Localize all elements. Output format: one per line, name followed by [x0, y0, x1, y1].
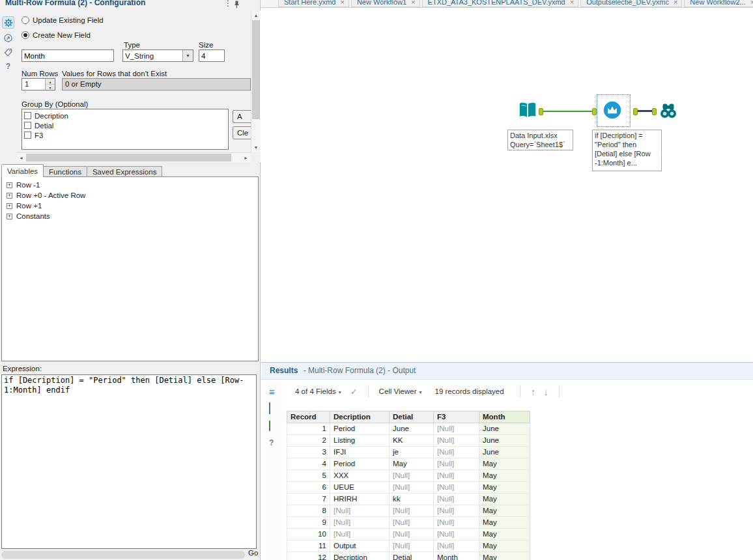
output-connection-icon[interactable]: [269, 421, 270, 430]
apply-check-icon[interactable]: ✓: [350, 387, 358, 397]
table-row[interactable]: 4PeriodMay[Null]May: [287, 458, 530, 470]
table-row[interactable]: 8[Null][Null][Null]May: [287, 505, 530, 517]
group-by-list[interactable]: DecriptionDetialF3: [21, 109, 229, 150]
browse-input-anchor[interactable]: [652, 108, 657, 115]
document-tab[interactable]: New Workflow2...×: [684, 0, 753, 7]
workflow-canvas[interactable]: Data Input.xlsx Query=`Sheet1$` if [Decr…: [261, 8, 753, 362]
missing-values-select[interactable]: 0 or Empty: [62, 78, 251, 91]
table-row[interactable]: 12DecriptionDetialMonthMay: [287, 552, 530, 560]
table-row[interactable]: 3IFJIje[Null]June: [287, 447, 530, 458]
tab-close-icon[interactable]: ×: [340, 0, 344, 6]
group-by-option[interactable]: Detial: [22, 120, 228, 130]
group-by-option[interactable]: Decription: [22, 111, 228, 120]
select-all-button[interactable]: A: [233, 110, 251, 123]
field-name-input[interactable]: [21, 49, 114, 62]
column-header-month[interactable]: Month: [479, 411, 530, 423]
table-row[interactable]: 10[Null][Null][Null]May: [287, 529, 530, 540]
results-table[interactable]: RecordDecriptionDetialF3Month 1PeriodJun…: [287, 411, 530, 560]
config-vertical-scrollbar[interactable]: ▴ ▾: [251, 10, 261, 152]
table-row[interactable]: 11Output[Null][Null]May: [287, 540, 530, 552]
radio-create-new-field[interactable]: Create New Field: [21, 31, 91, 39]
tab-close-icon[interactable]: ×: [570, 0, 574, 6]
config-horizontal-scrollbar[interactable]: ◂ ▸: [16, 152, 251, 162]
tab-close-icon[interactable]: ×: [750, 0, 753, 6]
table-view-icon[interactable]: [269, 404, 270, 413]
arrow-circle-icon[interactable]: [2, 32, 14, 44]
column-header-record[interactable]: Record: [287, 411, 330, 423]
expand-icon[interactable]: +: [7, 214, 12, 219]
metadata-list-icon[interactable]: ≡: [269, 386, 275, 397]
help-icon[interactable]: ?: [269, 438, 274, 447]
checkbox-icon[interactable]: [24, 112, 31, 119]
multi-row-formula-tool[interactable]: [601, 98, 624, 124]
checkbox-icon[interactable]: [24, 132, 31, 139]
size-input[interactable]: [199, 49, 225, 62]
num-rows-stepper[interactable]: 1 ▴ ▾: [21, 78, 55, 91]
expand-icon[interactable]: +: [7, 193, 12, 199]
scrollbar-thumb[interactable]: [26, 154, 231, 161]
scrollbar-up-icon[interactable]: ▴: [251, 10, 261, 20]
tab-saved-expressions[interactable]: Saved Expressions: [87, 166, 162, 177]
variables-tree[interactable]: +Row -1+Row +0 - Active Row+Row +1+Const…: [1, 176, 259, 361]
more-options-icon[interactable]: ⋮: [224, 0, 232, 8]
input-output-anchor[interactable]: [539, 108, 543, 115]
tag-icon[interactable]: [2, 46, 14, 59]
tab-functions[interactable]: Functions: [43, 166, 87, 177]
scrollbar-thumb[interactable]: [252, 20, 260, 119]
tab-variables[interactable]: Variables: [1, 164, 44, 177]
scroll-down-icon[interactable]: ↓: [543, 386, 548, 397]
table-row[interactable]: 6UEUE[Null][Null]May: [287, 482, 530, 494]
tab-close-icon[interactable]: ×: [411, 0, 415, 6]
formula-output-anchor[interactable]: [633, 108, 638, 115]
radio-update-existing-field[interactable]: Update Existing Field: [21, 16, 104, 24]
input-data-tool[interactable]: [517, 100, 539, 124]
radio-icon[interactable]: [21, 16, 29, 24]
cell-viewer-dropdown[interactable]: Cell Viewer▾: [379, 387, 422, 395]
tree-item[interactable]: +Row +0 - Active Row: [7, 190, 258, 201]
fields-selector[interactable]: 4 of 4 Fields▾: [295, 387, 341, 395]
document-tab[interactable]: ETXD_ATA3_KOSTENPLAATS_DEV.yxmd×: [422, 0, 579, 7]
document-tab[interactable]: New Workflow1×: [351, 0, 420, 7]
filter-bar[interactable]: [1, 551, 245, 559]
table-row[interactable]: 7HRIRHkk[Null]May: [287, 494, 530, 505]
document-tab[interactable]: Start Here.yxmd×: [278, 0, 349, 7]
document-tab[interactable]: Outputselectie_DEV.yxmc×: [580, 0, 682, 7]
stepper-down-icon[interactable]: ▾: [46, 85, 55, 90]
record-number: 6: [287, 482, 330, 494]
checkbox-icon[interactable]: [24, 122, 31, 129]
go-button[interactable]: Go: [248, 549, 258, 557]
formula-tool-annotation[interactable]: if [Decription] = "Period" then [Detial]…: [592, 130, 662, 171]
chevron-down-icon[interactable]: ▾: [182, 50, 193, 61]
group-by-option[interactable]: F3: [22, 130, 228, 140]
clear-all-button[interactable]: Cle: [233, 126, 251, 139]
column-header-detial[interactable]: Detial: [390, 411, 434, 423]
browse-tool[interactable]: [657, 100, 679, 124]
tab-close-icon[interactable]: ×: [674, 0, 677, 6]
type-select[interactable]: V_String ▾: [122, 49, 193, 62]
formula-input-anchor[interactable]: [592, 108, 597, 115]
connection-input-to-formula[interactable]: [543, 111, 593, 112]
scroll-up-icon[interactable]: ↑: [531, 386, 536, 397]
table-row[interactable]: 9[Null][Null][Null]May: [287, 517, 530, 529]
help-icon[interactable]: ?: [2, 60, 14, 72]
table-row[interactable]: 2ListingKK[Null]June: [287, 435, 530, 447]
column-header-decription[interactable]: Decription: [330, 411, 390, 423]
scrollbar-left-icon[interactable]: ◂: [16, 153, 26, 162]
table-row[interactable]: 1PeriodJune[Null]June: [287, 423, 530, 435]
column-header-f3[interactable]: F3: [434, 411, 479, 423]
table-row[interactable]: 5XXX[Null][Null]May: [287, 470, 530, 482]
expand-icon[interactable]: +: [7, 203, 12, 209]
gear-icon[interactable]: [2, 16, 14, 29]
pin-icon[interactable]: [234, 1, 240, 10]
stepper-up-icon[interactable]: ▴: [46, 79, 55, 85]
tree-item[interactable]: +Row +1: [7, 201, 258, 211]
tree-item[interactable]: +Row -1: [7, 180, 258, 190]
tree-item[interactable]: +Constants: [7, 211, 258, 221]
scrollbar-down-icon[interactable]: ▾: [251, 143, 261, 152]
expression-input[interactable]: if [Decription] = "Period" then [Detial]…: [1, 374, 257, 549]
input-tool-annotation[interactable]: Data Input.xlsx Query=`Sheet1$`: [507, 130, 573, 150]
expand-icon[interactable]: +: [7, 182, 12, 188]
scrollbar-right-icon[interactable]: ▸: [241, 153, 251, 162]
connection-formula-to-browse[interactable]: [638, 110, 653, 112]
radio-selected-icon[interactable]: [21, 31, 29, 39]
